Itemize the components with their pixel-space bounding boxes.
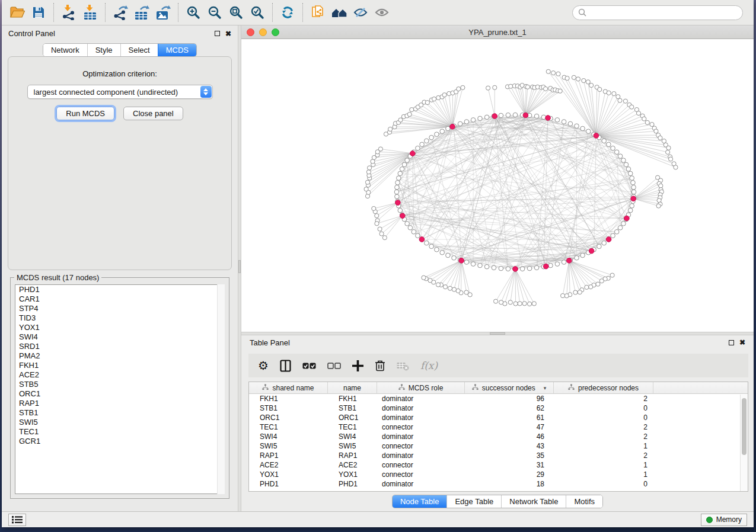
export-image-button[interactable] xyxy=(152,2,174,23)
optimization-criterion-select[interactable]: largest connected component (undirected) xyxy=(27,85,213,99)
deselect-all-checkboxes-icon[interactable] xyxy=(327,362,341,370)
first-neighbors-button[interactable] xyxy=(328,2,350,23)
close-panel-button[interactable]: Close panel xyxy=(123,107,183,120)
column-header-label: successor nodes xyxy=(482,384,535,392)
mcds-result-item[interactable]: FKH1 xyxy=(15,361,224,370)
network-graph-svg[interactable] xyxy=(241,39,752,332)
close-panel-icon[interactable]: ✖ xyxy=(739,339,745,346)
tab-network[interactable]: Network xyxy=(43,44,87,56)
table-row[interactable]: PHD1PHD1dominator180 xyxy=(249,479,748,489)
mcds-result-item[interactable]: RAP1 xyxy=(15,399,224,408)
tab-node-table[interactable]: Node Table xyxy=(393,495,447,508)
mcds-result-item[interactable]: PMA2 xyxy=(15,351,224,361)
delete-column-trash-icon[interactable] xyxy=(375,360,385,371)
mcds-result-group: MCDS result (17 nodes) PHD1CAR1STP4TID3Y… xyxy=(10,277,229,499)
tab-edge-table[interactable]: Edge Table xyxy=(446,495,501,508)
column-header-label: name xyxy=(343,384,361,392)
cell-mcds-role: dominator xyxy=(377,414,465,422)
table-tabs: Node TableEdge TableNetwork TableMotifs xyxy=(392,495,603,508)
mcds-result-item[interactable]: ORC1 xyxy=(15,389,224,399)
tab-network-table[interactable]: Network Table xyxy=(501,495,566,508)
cell-mcds-role: connector xyxy=(377,461,465,469)
float-panel-icon[interactable] xyxy=(729,340,734,345)
float-panel-icon[interactable] xyxy=(215,31,220,36)
mcds-result-item[interactable]: TID3 xyxy=(15,313,224,323)
table-row[interactable]: TEC1TEC1connector472 xyxy=(249,422,748,432)
zoom-fit-button[interactable] xyxy=(225,2,247,23)
mcds-result-item[interactable]: STB1 xyxy=(15,408,224,418)
first-neighbors-icon xyxy=(331,7,347,18)
column-header-name[interactable]: name xyxy=(328,382,377,393)
function-builder-disabled-icon: f(x) xyxy=(420,360,438,371)
mcds-result-item[interactable]: SRD1 xyxy=(15,342,224,351)
tab-style[interactable]: Style xyxy=(87,44,120,56)
tab-motifs[interactable]: Motifs xyxy=(566,495,602,508)
open-folder-button[interactable] xyxy=(7,2,28,23)
cell-successor-nodes: 47 xyxy=(465,423,554,431)
import-network-button[interactable] xyxy=(58,2,79,23)
mcds-result-item[interactable]: PHD1 xyxy=(15,285,224,294)
cell-mcds-role: connector xyxy=(377,423,465,431)
scrollbar-thumb[interactable] xyxy=(742,398,747,455)
splitter-grab-handle[interactable] xyxy=(238,260,241,273)
node-table[interactable]: shared namenameMCDS rolesuccessor nodes▾… xyxy=(248,382,748,492)
column-header-MCDS-role[interactable]: MCDS role xyxy=(377,382,465,393)
mcds-result-item[interactable]: TEC1 xyxy=(15,427,224,437)
tab-select[interactable]: Select xyxy=(120,44,158,56)
mcds-result-item[interactable]: ACE2 xyxy=(15,370,224,380)
zoom-selected-button[interactable] xyxy=(247,2,268,23)
table-row[interactable]: FKH1FKH1dominator962 xyxy=(249,394,748,403)
cell-name: ACE2 xyxy=(328,461,377,469)
mcds-result-item[interactable]: GCR1 xyxy=(15,437,224,446)
hide-selected-button[interactable] xyxy=(350,2,371,23)
network-window: YPA_prune.txt_1 xyxy=(241,25,754,332)
table-row[interactable]: SWI4SWI4dominator462 xyxy=(249,432,748,441)
mcds-result-item[interactable]: SWI5 xyxy=(15,418,224,427)
export-table-icon xyxy=(134,5,149,20)
horizontal-splitter[interactable] xyxy=(241,332,754,335)
memory-button[interactable]: Memory xyxy=(701,514,747,526)
cell-name: FKH1 xyxy=(328,395,377,403)
select-all-checkboxes-icon[interactable] xyxy=(302,362,316,370)
table-row[interactable]: ORC1ORC1dominator610 xyxy=(249,413,748,422)
table-scrollbar[interactable] xyxy=(740,395,748,491)
column-header-successor-nodes[interactable]: successor nodes▾ xyxy=(465,382,554,393)
export-table-button[interactable] xyxy=(131,2,152,23)
table-row[interactable]: YOX1YOX1connector291 xyxy=(249,470,748,479)
zoom-in-button[interactable] xyxy=(183,2,204,23)
table-row[interactable]: RAP1RAP1dominator352 xyxy=(249,451,748,460)
add-column-icon[interactable] xyxy=(352,360,363,371)
column-header-predecessor-nodes[interactable]: predecessor nodes xyxy=(554,382,653,393)
table-settings-gear-icon[interactable]: ⚙ xyxy=(258,360,269,371)
table-row[interactable]: ACE2ACE2connector311 xyxy=(249,460,748,470)
mcds-list-scrollbar[interactable] xyxy=(217,284,225,494)
mcds-tab-content: Optimization criterion: largest connecte… xyxy=(8,56,232,270)
close-panel-icon[interactable]: ✖ xyxy=(225,30,231,37)
table-row[interactable]: SWI5SWI5connector431 xyxy=(249,441,748,451)
splitter-grab-handle[interactable] xyxy=(490,332,505,335)
search-input[interactable] xyxy=(589,8,737,17)
task-history-button[interactable] xyxy=(8,514,26,526)
mcds-result-item[interactable]: CAR1 xyxy=(15,294,224,304)
mcds-result-item[interactable]: SWI4 xyxy=(15,332,224,342)
mcds-result-item[interactable]: YOX1 xyxy=(15,323,224,332)
duplicate-network-button[interactable] xyxy=(307,2,328,23)
column-view-icon[interactable] xyxy=(280,360,291,372)
column-header-filler xyxy=(653,382,748,393)
mcds-result-item[interactable]: STP4 xyxy=(15,304,224,313)
network-canvas[interactable] xyxy=(241,39,754,332)
zoom-out-button[interactable] xyxy=(204,2,225,23)
search-box[interactable] xyxy=(572,5,743,20)
save-session-button[interactable] xyxy=(28,2,49,23)
cell-predecessor-nodes: 0 xyxy=(554,480,653,488)
tab-mcds[interactable]: MCDS xyxy=(158,44,196,56)
show-all-button[interactable] xyxy=(371,2,393,23)
export-network-button[interactable] xyxy=(110,2,131,23)
mcds-result-item[interactable]: STB5 xyxy=(15,380,224,389)
refresh-view-button[interactable] xyxy=(277,2,298,23)
column-header-shared-name[interactable]: shared name xyxy=(249,382,328,393)
run-mcds-button[interactable]: Run MCDS xyxy=(56,107,114,120)
import-table-button[interactable] xyxy=(79,2,101,23)
table-row[interactable]: STB1STB1dominator620 xyxy=(249,403,748,413)
cell-shared-name: FKH1 xyxy=(249,395,328,403)
